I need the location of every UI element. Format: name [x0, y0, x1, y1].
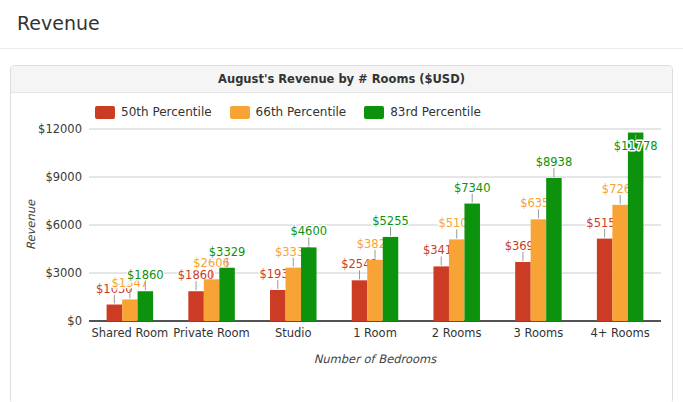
value-label: $5255 — [372, 214, 409, 228]
x-category-label: Private Room — [173, 326, 250, 340]
chart-title: August's Revenue by # Rooms ($USD) — [218, 72, 465, 86]
bar[interactable] — [546, 178, 562, 321]
legend-label: 66th Percentile — [256, 105, 347, 119]
bar[interactable] — [464, 204, 480, 321]
x-axis-title: Number of Bedrooms — [314, 352, 438, 366]
bar[interactable] — [367, 260, 383, 321]
bar[interactable] — [219, 268, 235, 321]
legend-item-66th-percentile[interactable]: 66th Percentile — [230, 105, 347, 119]
legend-item-50th-percentile[interactable]: 50th Percentile — [95, 105, 212, 119]
bar[interactable] — [515, 262, 531, 321]
bar[interactable] — [270, 290, 286, 321]
page-title: Revenue — [0, 0, 683, 34]
value-label: $11778 — [614, 139, 658, 153]
bar[interactable] — [204, 279, 220, 321]
bar[interactable] — [597, 239, 613, 321]
bar[interactable] — [188, 291, 204, 321]
bar[interactable] — [301, 247, 317, 321]
chart-panel-body: 50th Percentile66th Percentile83rd Perce… — [11, 93, 672, 402]
legend-item-83rd-percentile[interactable]: 83rd Percentile — [364, 105, 481, 119]
legend-swatch-icon — [364, 106, 384, 119]
value-label: $7340 — [454, 181, 491, 195]
chart-panel: August's Revenue by # Rooms ($USD) 50th … — [10, 65, 673, 402]
bar[interactable] — [612, 205, 628, 321]
y-tick-label: $6000 — [45, 218, 82, 232]
x-category-label: Studio — [275, 326, 312, 340]
value-label: $3329 — [209, 245, 246, 259]
page: Revenue August's Revenue by # Rooms ($US… — [0, 0, 683, 402]
bar[interactable] — [628, 133, 644, 321]
legend-label: 50th Percentile — [121, 105, 212, 119]
legend-swatch-icon — [95, 106, 115, 119]
x-category-label: 2 Rooms — [432, 326, 482, 340]
y-tick-label: $9000 — [45, 170, 82, 184]
divider — [0, 48, 683, 49]
x-category-label: 3 Rooms — [514, 326, 564, 340]
value-label: $1860 — [127, 268, 164, 282]
bar[interactable] — [286, 268, 302, 321]
value-label: $8938 — [536, 155, 573, 169]
bar[interactable] — [122, 299, 138, 321]
x-category-label: Shared Room — [91, 326, 168, 340]
chart-panel-header: August's Revenue by # Rooms ($USD) — [11, 66, 672, 93]
bar[interactable] — [449, 239, 465, 321]
x-category-label: 1 Room — [353, 326, 397, 340]
y-axis-title: Revenue — [24, 199, 38, 250]
bar[interactable] — [433, 266, 449, 321]
y-tick-label: $3000 — [45, 266, 82, 280]
legend-label: 83rd Percentile — [390, 105, 481, 119]
y-tick-label: $0 — [67, 314, 82, 328]
bar-chart: $0$3000$6000$9000$12000$1030$1347$1860Sh… — [11, 121, 671, 373]
chart-legend: 50th Percentile66th Percentile83rd Perce… — [95, 103, 672, 121]
bar[interactable] — [138, 291, 154, 321]
value-label: $4600 — [290, 224, 327, 238]
bar[interactable] — [107, 305, 123, 321]
bar[interactable] — [531, 219, 547, 321]
bar[interactable] — [383, 237, 399, 321]
x-category-label: 4+ Rooms — [590, 326, 649, 340]
y-tick-label: $12000 — [38, 122, 82, 136]
bar[interactable] — [352, 280, 368, 321]
legend-swatch-icon — [230, 106, 250, 119]
